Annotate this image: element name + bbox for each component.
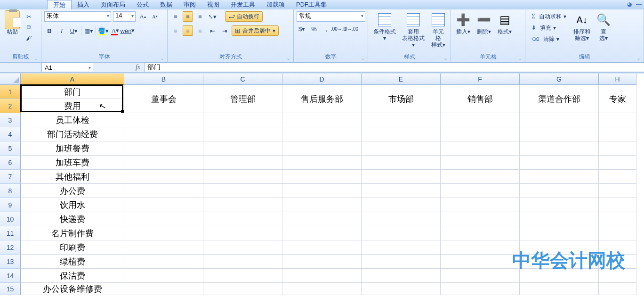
cell-G3[interactable] xyxy=(520,113,599,127)
clear-button[interactable]: 清除▾ xyxy=(528,34,570,44)
cell-A10[interactable]: 快递费 xyxy=(21,212,124,226)
cell-A9[interactable]: 饮用水 xyxy=(21,198,124,212)
row-header-1[interactable]: 1 xyxy=(0,85,21,99)
cell-F13[interactable] xyxy=(441,255,520,269)
cell-B4[interactable] xyxy=(124,127,203,141)
cell-C13[interactable] xyxy=(203,255,282,269)
cell-H3[interactable] xyxy=(599,113,636,127)
delete-cells-button[interactable]: ➖删除▾ xyxy=(475,11,493,36)
cell-A11[interactable]: 名片制作费 xyxy=(21,226,124,240)
decrease-font-button[interactable]: A▾ xyxy=(150,11,160,22)
cell-A7[interactable]: 其他福利 xyxy=(21,170,124,184)
cell-H4[interactable] xyxy=(599,127,636,141)
sort-filter-button[interactable]: A↓排序和筛选▾ xyxy=(572,11,592,42)
tab-开始[interactable]: 开始 xyxy=(47,0,72,9)
col-header-D[interactable]: D xyxy=(282,74,362,85)
copy-button[interactable] xyxy=(24,22,34,33)
decrease-decimal-button[interactable]: .0→.00 xyxy=(346,24,356,34)
cell-G11[interactable] xyxy=(520,226,599,240)
cell-H11[interactable] xyxy=(599,226,636,240)
cell-D11[interactable] xyxy=(282,226,362,240)
col-header-G[interactable]: G xyxy=(520,74,599,85)
cell-C14[interactable] xyxy=(203,269,282,283)
col-header-C[interactable]: C xyxy=(203,74,282,85)
conditional-format-button[interactable]: 条件格式▾ xyxy=(371,11,398,42)
cell-D3[interactable] xyxy=(282,113,362,127)
cell-A5[interactable]: 加班餐费 xyxy=(21,141,124,156)
merge-center-button[interactable]: ⊞合并后居中▾ xyxy=(232,25,279,36)
cell-F10[interactable] xyxy=(441,212,520,226)
cell-D7[interactable] xyxy=(282,170,362,184)
cell-G14[interactable] xyxy=(520,269,599,283)
align-bottom-button[interactable]: ≡ xyxy=(195,11,205,22)
cell-C6[interactable] xyxy=(203,156,282,170)
accounting-format-button[interactable]: $▾ xyxy=(297,24,307,34)
cell-E3[interactable] xyxy=(362,113,441,127)
row-header-13[interactable]: 13 xyxy=(0,255,21,269)
cell-E11[interactable] xyxy=(362,226,441,240)
cell-A13[interactable]: 绿植费 xyxy=(21,255,124,269)
fx-icon[interactable]: fx xyxy=(136,64,140,71)
cell-H9[interactable] xyxy=(599,198,636,212)
font-size-select[interactable]: 14 xyxy=(113,11,136,22)
row-header-4[interactable]: 4 xyxy=(0,127,21,141)
cell-H1[interactable]: 专家 xyxy=(599,85,636,113)
cell-A8[interactable]: 办公费 xyxy=(21,184,124,198)
cut-button[interactable] xyxy=(24,11,34,22)
cell-H6[interactable] xyxy=(599,156,636,170)
cell-D6[interactable] xyxy=(282,156,362,170)
cell-B10[interactable] xyxy=(124,212,203,226)
cell-E14[interactable] xyxy=(362,269,441,283)
tab-PDF工具集[interactable]: PDF工具集 xyxy=(290,0,332,9)
cell-H12[interactable] xyxy=(599,240,636,255)
phonetic-button[interactable]: wén▾ xyxy=(122,25,133,36)
cell-F4[interactable] xyxy=(441,127,520,141)
cell-A2[interactable]: 费用 xyxy=(21,99,124,113)
cell-F3[interactable] xyxy=(441,113,520,127)
cell-E6[interactable] xyxy=(362,156,441,170)
cell-G7[interactable] xyxy=(520,170,599,184)
cell-C12[interactable] xyxy=(203,240,282,255)
cell-D4[interactable] xyxy=(282,127,362,141)
font-color-button[interactable]: A▾ xyxy=(110,25,121,36)
insert-cells-button[interactable]: ➕插入▾ xyxy=(454,11,473,36)
cell-C3[interactable] xyxy=(203,113,282,127)
cell-F9[interactable] xyxy=(441,198,520,212)
cell-C7[interactable] xyxy=(203,170,282,184)
cell-A3[interactable]: 员工体检 xyxy=(21,113,124,127)
cell-G8[interactable] xyxy=(520,184,599,198)
cell-E4[interactable] xyxy=(362,127,441,141)
cell-A4[interactable]: 部门活动经费 xyxy=(21,127,124,141)
paste-button[interactable]: 粘贴 xyxy=(3,11,22,36)
row-header-9[interactable]: 9 xyxy=(0,198,21,212)
cell-G9[interactable] xyxy=(520,198,599,212)
help-icon[interactable]: ◕ xyxy=(626,1,633,8)
cell-B7[interactable] xyxy=(124,170,203,184)
cell-B5[interactable] xyxy=(124,141,203,156)
formula-bar[interactable]: 部门 xyxy=(144,63,644,72)
cell-B9[interactable] xyxy=(124,198,203,212)
col-header-H[interactable]: H xyxy=(599,74,636,85)
cell-G15[interactable] xyxy=(520,283,599,295)
cell-D10[interactable] xyxy=(282,212,362,226)
cell-A12[interactable]: 印刷费 xyxy=(21,240,124,255)
cell-G10[interactable] xyxy=(520,212,599,226)
align-middle-button[interactable]: ≡ xyxy=(183,11,193,22)
cell-B12[interactable] xyxy=(124,240,203,255)
cell-E8[interactable] xyxy=(362,184,441,198)
tab-视图[interactable]: 视图 xyxy=(201,0,225,9)
fill-color-button[interactable]: 🪣▾ xyxy=(98,25,108,36)
underline-button[interactable]: U▾ xyxy=(69,25,79,36)
cell-A1[interactable]: 部门 xyxy=(21,85,124,99)
cell-A15[interactable]: 办公设备维修费 xyxy=(21,283,124,295)
cell-F15[interactable] xyxy=(441,283,520,295)
cell-B11[interactable] xyxy=(124,226,203,240)
cell-B8[interactable] xyxy=(124,184,203,198)
cell-F12[interactable] xyxy=(441,240,520,255)
cell-C1[interactable]: 管理部 xyxy=(203,85,282,113)
col-header-A[interactable]: A xyxy=(21,74,124,85)
font-family-select[interactable]: 宋体 xyxy=(44,11,111,22)
cell-D13[interactable] xyxy=(282,255,362,269)
cell-H13[interactable] xyxy=(599,255,636,269)
cell-E15[interactable] xyxy=(362,283,441,295)
